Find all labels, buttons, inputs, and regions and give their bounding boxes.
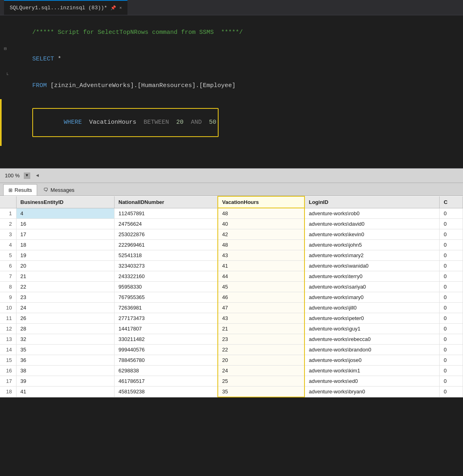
cell-rownum: 4 (0, 240, 16, 250)
cell-vacationhours: 44 (218, 271, 304, 282)
cell-businessentityid: 23 (16, 292, 114, 303)
table-row[interactable]: 112627717347343adventure-works\peter00 (0, 313, 463, 324)
table-row[interactable]: 41822296946148adventure-works\john50 (0, 240, 463, 250)
table-row[interactable]: 62032340327341adventure-works\wanida00 (0, 261, 463, 271)
cell-nationalidnumber: 24756624 (114, 219, 218, 229)
table-row[interactable]: 8229595833045adventure-works\sariya00 (0, 282, 463, 292)
col-header-businessentityid[interactable]: BusinessEntityID (16, 196, 114, 208)
tab-label: SQLQuery1.sql...inzinsql (83))* (10, 5, 107, 11)
code-line-select: ⊟ SELECT * (0, 46, 463, 73)
comment-text: /***** Script for SelectTopNRows command… (10, 19, 459, 46)
table-row[interactable]: 133233021148223adventure-works\rebecca00 (0, 334, 463, 345)
cell-nationalidnumber: 323403273 (114, 261, 218, 271)
cell-loginid: adventure-works\kim1 (304, 366, 440, 376)
results-grid: BusinessEntityID NationalIDNumber Vacati… (0, 196, 463, 397)
tab-messages[interactable]: 🗨 Messages (39, 184, 79, 195)
results-tabs-bar: ⊞ Results 🗨 Messages (0, 183, 463, 196)
cell-rownum: 2 (0, 219, 16, 229)
cell-c: 0 (440, 324, 463, 334)
cell-businessentityid: 41 (16, 387, 114, 397)
pin-icon[interactable]: 📌 (111, 5, 116, 10)
table-row[interactable]: 153678845678020adventure-works\jose00 (0, 355, 463, 366)
table-row[interactable]: 184145815923835adventure-works\bryan00 (0, 387, 463, 397)
cell-c: 0 (440, 261, 463, 271)
cell-c: 0 (440, 219, 463, 229)
zoom-dropdown[interactable]: ▼ (24, 173, 30, 179)
cell-rownum: 6 (0, 261, 16, 271)
cell-vacationhours: 23 (218, 334, 304, 345)
table-row[interactable]: 1411245789148adventure-works\rob00 (0, 208, 463, 219)
table-row[interactable]: 72124332216044adventure-works\terry00 (0, 271, 463, 282)
cell-nationalidnumber: 52541318 (114, 250, 218, 261)
table-row[interactable]: 5195254131843adventure-works\mary20 (0, 250, 463, 261)
cell-loginid: adventure-works\terry0 (304, 271, 440, 282)
cell-vacationhours: 24 (218, 366, 304, 376)
cell-businessentityid: 35 (16, 345, 114, 355)
col-header-nationalidnumber[interactable]: NationalIDNumber (114, 196, 218, 208)
cell-businessentityid: 26 (16, 313, 114, 324)
table-row[interactable]: 2162475662440adventure-works\david00 (0, 219, 463, 229)
cell-businessentityid: 19 (16, 250, 114, 261)
cell-nationalidnumber: 14417807 (114, 324, 218, 334)
cell-vacationhours: 22 (218, 345, 304, 355)
table-row[interactable]: 12281441780721adventure-works\guy10 (0, 324, 463, 334)
cell-businessentityid: 38 (16, 366, 114, 376)
cell-rownum: 15 (0, 355, 16, 366)
cell-rownum: 9 (0, 292, 16, 303)
tab-results[interactable]: ⊞ Results (3, 184, 37, 195)
cell-businessentityid: 4 (16, 208, 114, 219)
close-tab-button[interactable]: × (119, 6, 122, 10)
col-header-loginid[interactable]: LoginID (304, 196, 440, 208)
table-row[interactable]: 143599944057622adventure-works\brandon00 (0, 345, 463, 355)
cell-nationalidnumber: 461786517 (114, 376, 218, 387)
cell-c: 0 (440, 366, 463, 376)
cell-businessentityid: 17 (16, 229, 114, 240)
cell-nationalidnumber: 999440576 (114, 345, 218, 355)
cell-loginid: adventure-works\sariya0 (304, 282, 440, 292)
title-bar: SQLQuery1.sql...inzinsql (83))* 📌 × (0, 0, 463, 15)
select-text: SELECT * (10, 46, 459, 73)
cell-nationalidnumber: 222969461 (114, 240, 218, 250)
cell-rownum: 7 (0, 271, 16, 282)
cell-loginid: adventure-works\bryan0 (304, 387, 440, 397)
table-row[interactable]: 92376795536546adventure-works\mary00 (0, 292, 463, 303)
cell-businessentityid: 22 (16, 282, 114, 292)
cell-rownum: 17 (0, 376, 16, 387)
table-row[interactable]: 1638629883824adventure-works\kim10 (0, 366, 463, 376)
sql-query-tab[interactable]: SQLQuery1.sql...inzinsql (83))* 📌 × (4, 0, 127, 15)
cell-nationalidnumber: 788456780 (114, 355, 218, 366)
cell-businessentityid: 16 (16, 219, 114, 229)
cell-c: 0 (440, 240, 463, 250)
cell-loginid: adventure-works\rob0 (304, 208, 440, 219)
cell-c: 0 (440, 376, 463, 387)
table-row[interactable]: 31725302287642adventure-works\kevin00 (0, 229, 463, 240)
scroll-left-button[interactable]: ◄ (34, 173, 41, 179)
cell-nationalidnumber: 243322160 (114, 271, 218, 282)
cell-nationalidnumber: 6298838 (114, 366, 218, 376)
cell-vacationhours: 41 (218, 261, 304, 271)
cell-vacationhours: 43 (218, 313, 304, 324)
cell-businessentityid: 18 (16, 240, 114, 250)
cell-nationalidnumber: 458159238 (114, 387, 218, 397)
cell-vacationhours: 25 (218, 376, 304, 387)
cell-businessentityid: 20 (16, 261, 114, 271)
code-editor[interactable]: /***** Script for SelectTopNRows command… (0, 15, 463, 168)
table-row[interactable]: 173946178651725adventure-works\ed00 (0, 376, 463, 387)
cell-vacationhours: 48 (218, 240, 304, 250)
cell-nationalidnumber: 253022876 (114, 229, 218, 240)
cell-businessentityid: 39 (16, 376, 114, 387)
code-line-where: WHERE VacationHours BETWEEN 20 AND 50 (0, 99, 463, 146)
col-header-vacationhours[interactable]: VacationHours (218, 196, 304, 208)
cell-c: 0 (440, 282, 463, 292)
table-row[interactable]: 10247263698147adventure-works\jill00 (0, 303, 463, 313)
where-text: WHERE VacationHours BETWEEN 20 AND 50 (10, 99, 459, 146)
col-header-c[interactable]: C (440, 196, 463, 208)
code-line-from: └ FROM [zinzin_AdventureWorks].[HumanRes… (0, 73, 463, 99)
collapse-indicator[interactable]: ⊟ (4, 46, 10, 51)
cell-loginid: adventure-works\john5 (304, 240, 440, 250)
from-text: FROM [zinzin_AdventureWorks].[HumanResou… (10, 73, 459, 99)
status-bar: 100 % ▼ ◄ (0, 168, 463, 183)
cell-c: 0 (440, 271, 463, 282)
cell-loginid: adventure-works\peter0 (304, 313, 440, 324)
table-body: 1411245789148adventure-works\rob00216247… (0, 208, 463, 397)
